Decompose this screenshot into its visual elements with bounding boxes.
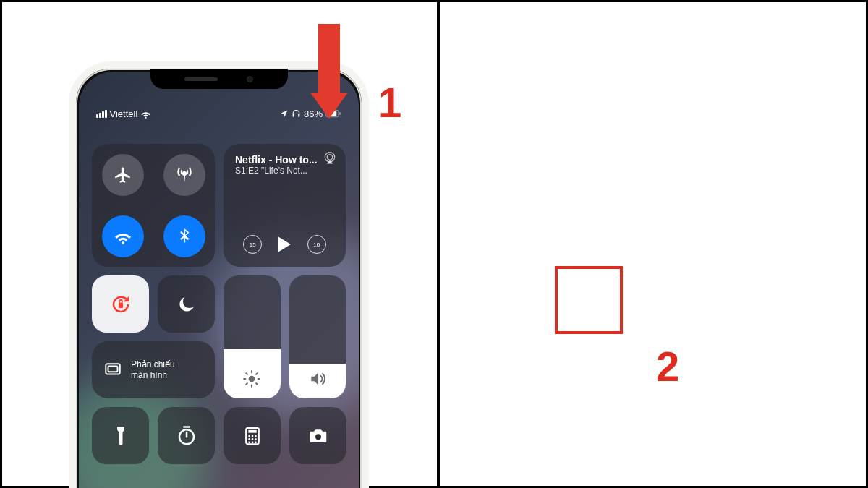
location-icon <box>280 109 289 118</box>
wifi-toggle[interactable] <box>102 215 144 257</box>
svg-point-4 <box>327 155 333 160</box>
bluetooth-toggle[interactable] <box>163 215 205 257</box>
svg-point-22 <box>248 435 250 437</box>
bluetooth-icon <box>175 227 194 246</box>
svg-line-16 <box>256 373 258 374</box>
svg-point-26 <box>251 438 253 440</box>
moon-icon <box>176 294 197 315</box>
volume-icon <box>308 369 327 388</box>
airplane-icon <box>114 166 132 184</box>
play-button[interactable] <box>278 236 291 252</box>
svg-point-8 <box>249 376 255 382</box>
media-subtitle: S1:E2 "Life's Not... <box>235 166 334 176</box>
cell-signal-icon <box>96 110 107 118</box>
flashlight-button[interactable] <box>92 407 149 464</box>
media-panel[interactable]: Netflix - How to... S1:E2 "Life's Not...… <box>224 144 346 267</box>
brightness-icon <box>242 369 261 388</box>
cellular-data-toggle[interactable] <box>163 154 205 196</box>
svg-line-15 <box>247 383 248 385</box>
screen-mirroring-button[interactable]: Phản chiếu màn hình <box>92 341 215 398</box>
step-2-highlight <box>555 266 623 334</box>
step-1-number: 1 <box>378 78 401 127</box>
step-1-arrow <box>313 24 345 119</box>
step-2-frame: Phản chiếu màn hình <box>437 0 868 488</box>
calculator-button[interactable] <box>224 407 281 464</box>
wifi-icon <box>114 227 132 246</box>
svg-point-24 <box>255 435 257 437</box>
wifi-icon <box>140 108 151 119</box>
svg-point-25 <box>248 438 250 440</box>
phone-notch <box>150 69 288 89</box>
svg-point-31 <box>315 434 321 440</box>
control-center: Netflix - How to... S1:E2 "Life's Not...… <box>92 144 346 464</box>
airplay-icon[interactable] <box>323 151 337 166</box>
timer-icon <box>176 425 197 447</box>
camera-icon <box>307 425 329 447</box>
svg-rect-21 <box>248 429 256 432</box>
carrier-label: Viettell <box>110 108 138 119</box>
step-2-number: 2 <box>656 342 679 390</box>
orientation-lock-toggle[interactable] <box>92 275 149 333</box>
screen-mirror-label-2: màn hình <box>131 370 175 381</box>
svg-point-30 <box>255 441 257 443</box>
volume-slider[interactable] <box>289 275 346 398</box>
brightness-slider[interactable] <box>224 275 281 398</box>
connectivity-panel[interactable] <box>92 144 215 267</box>
skip-back-button[interactable]: 15 <box>243 235 262 254</box>
calculator-icon <box>242 425 263 447</box>
media-title: Netflix - How to... <box>235 154 334 166</box>
orientation-lock-icon <box>110 294 132 315</box>
timer-button[interactable] <box>158 407 215 464</box>
airplane-mode-toggle[interactable] <box>102 154 144 196</box>
skip-forward-button[interactable]: 10 <box>307 235 326 254</box>
svg-point-23 <box>251 435 253 437</box>
svg-line-13 <box>247 373 248 374</box>
do-not-disturb-toggle[interactable] <box>158 275 215 333</box>
screen-mirror-label-1: Phản chiếu <box>131 359 175 370</box>
iphone-device: Viettell 86% <box>69 61 369 488</box>
step-1-frame: Viettell 86% <box>0 0 440 488</box>
svg-rect-5 <box>118 302 122 308</box>
camera-button[interactable] <box>289 407 346 464</box>
svg-point-27 <box>255 438 257 440</box>
phone-screen: Viettell 86% <box>79 72 359 488</box>
svg-rect-7 <box>109 366 118 372</box>
svg-line-14 <box>256 383 258 385</box>
flashlight-icon <box>110 425 132 447</box>
svg-point-28 <box>248 441 250 443</box>
antenna-icon <box>175 166 194 184</box>
screen-mirror-icon <box>103 361 122 380</box>
headphones-icon <box>292 109 301 119</box>
svg-point-29 <box>251 441 253 443</box>
